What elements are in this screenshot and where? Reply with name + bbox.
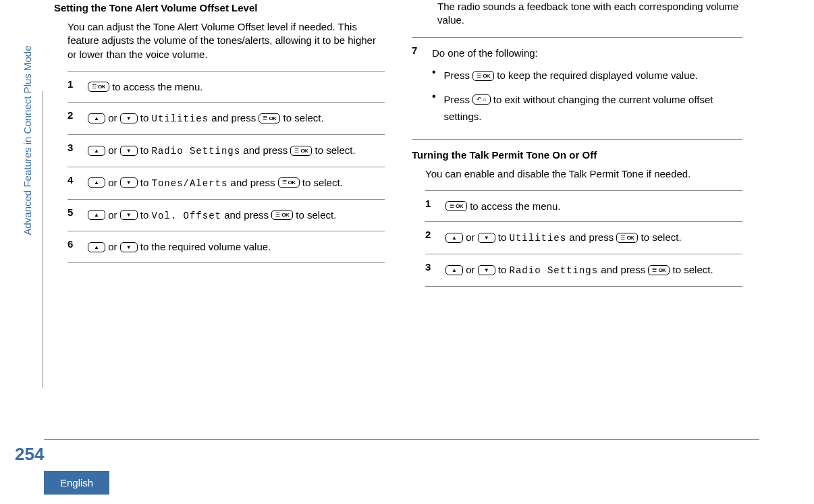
step-number: 1 (67, 78, 78, 96)
text-to-select: to select. (293, 209, 336, 221)
text-to-select: to select. (280, 112, 323, 123)
text-press: Press (444, 69, 473, 81)
menu-ok-icon (290, 146, 312, 156)
text-to: to (495, 264, 510, 275)
step-3: 3 or to Radio Settings and press to sele… (67, 135, 385, 167)
step-3: 3 or to Radio Settings and press to sele… (425, 254, 742, 287)
step-body: to access the menu. (88, 78, 385, 96)
step-text: to access the menu. (109, 81, 202, 92)
step-body: or to Tones/Alerts and press to select. (88, 174, 385, 192)
section-title-volume-offset: Setting the Tone Alert Volume Offset Lev… (54, 2, 385, 13)
bullet-tail: to keep the required displayed volume va… (494, 69, 698, 81)
page-number: 254 (15, 444, 44, 465)
text-and-press: and press (598, 264, 648, 275)
text-and-press: and press (221, 209, 271, 221)
step-2: 2 or to Utilities and press to select. (425, 222, 742, 254)
text-to: to (138, 112, 152, 123)
text-to: to (138, 144, 152, 156)
intro-text: You can enable and disable the Talk Perm… (425, 167, 742, 181)
menu-name: Vol. Offset (152, 211, 221, 221)
step-1: 1 to access the menu. (67, 71, 385, 103)
step-body: or to the required volume value. (88, 238, 385, 256)
down-arrow-icon (120, 146, 138, 156)
text-or: or (105, 112, 120, 123)
text-to-select: to select. (300, 177, 343, 188)
step-7: 7 Do one of the following: • Press to ke… (412, 37, 742, 140)
step-list-right-bottom: 1 to access the menu. 2 or to Utilities … (425, 190, 742, 287)
step-5: 5 or to Vol. Offset and press to select. (67, 200, 385, 232)
down-arrow-icon (120, 242, 138, 252)
step-tail: to the required volume value. (138, 241, 271, 252)
step-number: 2 (67, 109, 78, 128)
text-and-press: and press (566, 231, 616, 243)
text-to-select: to select. (312, 144, 355, 156)
sidebar-divider-line (43, 91, 43, 388)
step-number: 6 (67, 238, 78, 256)
text-or: or (463, 231, 478, 243)
step-body: or to Vol. Offset and press to select. (88, 206, 385, 225)
text-and-press: and press (209, 112, 259, 123)
up-arrow-icon (445, 265, 463, 275)
step-body: to access the menu. (445, 198, 742, 215)
sidebar-chapter-label: Advanced Features in Connect Plus Mode (22, 46, 33, 235)
bullet-list: • Press to keep the required displayed v… (432, 67, 742, 125)
feedback-text: The radio sounds a feedback tone with ea… (437, 0, 742, 28)
up-arrow-icon (88, 146, 105, 156)
left-column: Setting the Tone Alert Volume Offset Lev… (54, 0, 385, 504)
menu-ok-icon (278, 177, 300, 188)
step-number: 5 (67, 206, 78, 225)
text-or: or (105, 177, 120, 188)
step7-intro: Do one of the following: (432, 47, 538, 59)
step-4: 4 or to Tones/Alerts and press to select… (67, 167, 385, 200)
step-6: 6 or to the required volume value. (67, 231, 385, 263)
step-body: or to Utilities and press to select. (88, 109, 385, 128)
step-number: 3 (67, 142, 78, 160)
menu-ok-icon (271, 210, 293, 220)
section-title-talk-permit: Turning the Talk Permit Tone On or Off (412, 149, 742, 161)
bullet-body: Press to keep the required displayed vol… (444, 67, 742, 84)
menu-name: Radio Settings (152, 146, 241, 157)
text-press: Press (444, 94, 473, 105)
up-arrow-icon (88, 177, 105, 188)
down-arrow-icon (478, 265, 495, 275)
menu-name: Utilities (152, 113, 209, 124)
bullet-body: Press to exit without changing the curre… (444, 91, 742, 125)
step-list-right-top: 7 Do one of the following: • Press to ke… (412, 37, 742, 140)
bullet-item: • Press to keep the required displayed v… (432, 67, 742, 84)
menu-name: Tones/Alerts (152, 178, 228, 189)
menu-ok-icon (259, 113, 280, 123)
text-and-press: and press (227, 177, 277, 188)
step-body: or to Utilities and press to select. (445, 229, 742, 247)
down-arrow-icon (120, 210, 138, 220)
menu-ok-icon (648, 265, 670, 275)
menu-ok-icon (88, 82, 109, 92)
step-body: Do one of the following: • Press to keep… (432, 45, 742, 132)
text-or: or (105, 241, 120, 252)
step-number: 3 (425, 261, 436, 279)
step-list: 1 to access the menu. 2 or to Utilities … (67, 71, 385, 263)
step-1: 1 to access the menu. (425, 190, 742, 223)
bullet-dot-icon: • (432, 67, 436, 84)
text-to-select: to select. (670, 264, 713, 275)
text-or: or (105, 144, 120, 156)
text-or: or (105, 209, 120, 221)
bullet-item: • Press to exit without changing the cur… (432, 91, 742, 125)
language-tab: English (44, 471, 109, 495)
step-number: 1 (425, 198, 436, 215)
down-arrow-icon (120, 177, 138, 188)
bullet-dot-icon: • (432, 91, 436, 125)
down-arrow-icon (120, 113, 138, 123)
text-to: to (138, 209, 152, 221)
right-column: The radio sounds a feedback tone with ea… (412, 0, 742, 504)
step-text: to access the menu. (467, 200, 560, 212)
main-content: Setting the Tone Alert Volume Offset Lev… (54, 0, 814, 504)
up-arrow-icon (445, 233, 463, 243)
step-body: or to Radio Settings and press to select… (88, 142, 385, 160)
sidebar: Advanced Features in Connect Plus Mode (0, 0, 54, 504)
text-or: or (463, 264, 478, 275)
intro-text: You can adjust the Tone Alert Volume Off… (67, 20, 385, 61)
footer-rule (44, 439, 759, 440)
menu-name: Radio Settings (510, 265, 599, 276)
back-home-icon (472, 94, 490, 105)
menu-ok-icon (616, 233, 638, 243)
